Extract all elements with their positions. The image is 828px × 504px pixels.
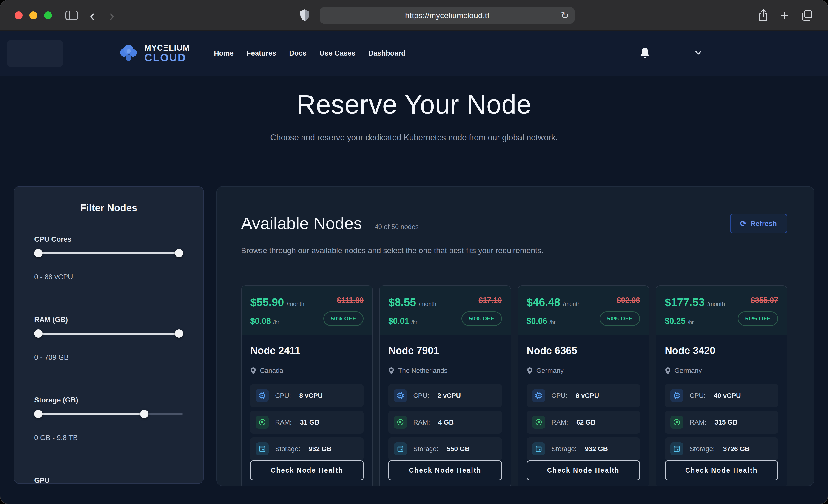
cpu-range-value: 0 - 88 vCPU <box>34 273 183 281</box>
pricing-right: $92.96 50% OFF <box>599 296 640 326</box>
monthly-price: $46.48 <box>527 296 561 308</box>
node-specs: CPU: 40 vCPU RAM: 315 GB <box>665 384 778 460</box>
ram-label: RAM: <box>275 419 292 426</box>
storage-range-slider[interactable] <box>35 409 183 419</box>
pricing-right: $17.10 50% OFF <box>461 296 502 326</box>
brand-logo[interactable]: MYCΞLIUM CLOUD <box>117 43 190 64</box>
node-location: Germany <box>527 367 640 374</box>
cpu-slider-max-handle[interactable] <box>175 249 183 257</box>
node-location-text: Canada <box>260 367 283 374</box>
address-bar[interactable]: https://myceliumcloud.tf ↻ <box>320 7 575 24</box>
nav-link-use-cases[interactable]: Use Cases <box>320 49 356 57</box>
forward-button[interactable]: › <box>107 7 117 24</box>
filter-panel: Filter Nodes CPU Cores 0 - 88 vCPU RAM (… <box>13 186 204 484</box>
pricing-left: $55.90 /month $0.08 /hr <box>250 296 304 326</box>
check-node-health-button[interactable]: Check Node Health <box>527 460 640 480</box>
pricing-right: $111.80 50% OFF <box>323 296 364 326</box>
monthly-unit: /month <box>563 301 580 307</box>
cpu-spec-row: CPU: 2 vCPU <box>388 384 502 407</box>
original-price: $17.10 <box>479 296 502 305</box>
node-card[interactable]: $177.53 /month $0.25 /hr $355.07 50% OFF <box>656 285 787 486</box>
storage-icon <box>532 443 545 455</box>
storage-filter-label: Storage (GB) <box>34 396 183 404</box>
hourly-price: $0.01 <box>388 316 409 326</box>
account-chevron-down-icon[interactable] <box>695 50 702 56</box>
hourly-price: $0.25 <box>665 316 686 326</box>
chrome-actions: + <box>758 8 813 23</box>
cpu-value: 8 vCPU <box>576 392 599 400</box>
tab-overview-icon[interactable] <box>801 9 813 22</box>
available-nodes-panel: Available Nodes 49 of 50 nodes ⟳ Refresh… <box>216 186 814 486</box>
storage-value: 3726 GB <box>723 445 750 453</box>
location-pin-icon <box>388 367 395 374</box>
ram-icon <box>670 416 683 429</box>
reload-icon[interactable]: ↻ <box>561 10 569 21</box>
zoom-window-button[interactable] <box>44 11 52 19</box>
node-location-text: Germany <box>536 367 564 374</box>
ram-spec-row: RAM: 315 GB <box>665 411 778 434</box>
nav-link-dashboard[interactable]: Dashboard <box>368 49 406 57</box>
cpu-value: 2 vCPU <box>438 392 461 400</box>
node-location-text: Germany <box>674 367 702 374</box>
sidebar-toggle-icon[interactable] <box>65 10 78 20</box>
nav-link-features[interactable]: Features <box>247 49 276 57</box>
ram-spec-row: RAM: 62 GB <box>527 411 640 434</box>
node-card[interactable]: $8.55 /month $0.01 /hr $17.10 50% OFF <box>379 285 511 486</box>
original-price: $355.07 <box>751 296 778 305</box>
nodes-panel-description: Browse through our available nodes and s… <box>241 246 787 255</box>
page-title: Reserve Your Node <box>0 89 828 120</box>
privacy-shield-icon[interactable] <box>299 9 310 22</box>
pricing-left: $177.53 /month $0.25 /hr <box>665 296 725 326</box>
check-node-health-button[interactable]: Check Node Health <box>250 460 364 480</box>
storage-slider-min-handle[interactable] <box>34 410 43 418</box>
check-node-health-button[interactable]: Check Node Health <box>665 460 778 480</box>
notifications-bell-icon[interactable] <box>640 47 650 59</box>
cpu-label: CPU: <box>275 392 291 400</box>
ram-value: 31 GB <box>300 419 320 426</box>
ram-label: RAM: <box>413 419 430 426</box>
cpu-value: 40 vCPU <box>714 392 741 400</box>
cpu-spec-row: CPU: 40 vCPU <box>665 384 778 407</box>
refresh-button-label: Refresh <box>751 220 777 227</box>
node-card[interactable]: $55.90 /month $0.08 /hr $111.80 50% OFF <box>241 285 373 486</box>
ram-slider-min-handle[interactable] <box>34 329 43 338</box>
ram-range-slider[interactable] <box>35 329 183 338</box>
discount-badge: 50% OFF <box>738 311 778 326</box>
minimize-window-button[interactable] <box>30 11 37 19</box>
close-window-button[interactable] <box>15 11 23 19</box>
share-icon[interactable] <box>758 9 769 22</box>
storage-label: Storage: <box>275 445 300 453</box>
cpu-icon <box>532 389 545 402</box>
discount-badge: 50% OFF <box>461 311 502 326</box>
nodes-panel-header: Available Nodes 49 of 50 nodes ⟳ Refresh <box>241 214 787 234</box>
hourly-price: $0.06 <box>527 316 547 326</box>
cpu-label: CPU: <box>413 392 429 400</box>
ram-slider-max-handle[interactable] <box>175 329 183 338</box>
cpu-icon <box>256 389 268 402</box>
nav-link-docs[interactable]: Docs <box>289 49 306 57</box>
node-card[interactable]: $46.48 /month $0.06 /hr $92.96 50% OFF <box>518 285 649 486</box>
cpu-range-slider[interactable] <box>35 249 183 258</box>
new-tab-button[interactable]: + <box>781 8 789 23</box>
check-node-health-button[interactable]: Check Node Health <box>388 460 502 480</box>
discount-badge: 50% OFF <box>323 311 364 326</box>
hourly-price: $0.08 <box>250 316 271 326</box>
location-pin-icon <box>527 367 533 374</box>
url-text: https://myceliumcloud.tf <box>405 11 490 20</box>
cpu-icon <box>670 389 683 402</box>
refresh-button[interactable]: ⟳ Refresh <box>730 214 788 234</box>
node-name: Node 2411 <box>250 345 364 356</box>
nav-links: Home Features Docs Use Cases Dashboard <box>214 49 406 57</box>
nav-link-home[interactable]: Home <box>214 49 234 57</box>
storage-slider-max-handle[interactable] <box>140 410 149 418</box>
storage-value: 932 GB <box>308 445 332 453</box>
cpu-slider-min-handle[interactable] <box>34 249 43 257</box>
storage-label: Storage: <box>413 445 439 453</box>
back-button[interactable]: ‹ <box>87 7 97 24</box>
cpu-label: CPU: <box>551 392 567 400</box>
storage-icon <box>394 443 407 455</box>
nodes-count-badge: 49 of 50 nodes <box>375 223 419 230</box>
ram-value: 4 GB <box>438 419 454 426</box>
node-location: Germany <box>665 367 778 374</box>
brand-name-bottom: CLOUD <box>144 52 190 63</box>
